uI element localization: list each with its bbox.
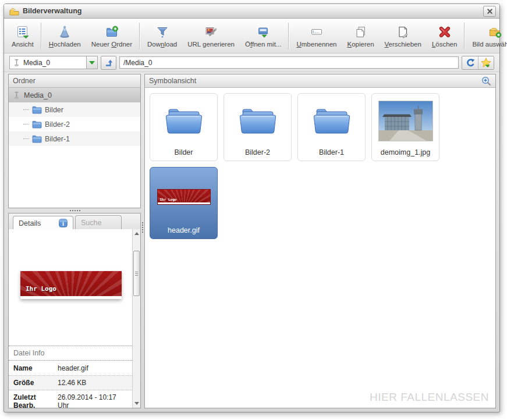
folder-icon [239,105,277,137]
favorite-button[interactable] [478,56,494,69]
scrollbar-up-button[interactable] [133,229,140,238]
toolbar-button-ansicht[interactable]: Ansicht [6,22,39,50]
banner-text: Ihr Logo [160,197,177,201]
toolbar-button-label: Öffnen mit... [245,41,281,48]
tab-suche[interactable]: Suche [75,215,122,229]
folder-tree: Media_0 Bilder [9,88,140,208]
addressbar-actions [462,56,494,70]
label-part: Bild auswählen [472,41,507,48]
thumb [372,94,439,148]
zoom-in-icon[interactable] [481,76,491,86]
logo-banner-image: Ihr Logo [20,271,122,299]
close-icon [487,8,493,15]
window-title: Bilderverwaltung [23,7,483,15]
icon-view-body: Bilder Bilder-2 [145,88,495,408]
content-area: Ordner Media_0 [4,72,499,412]
folder-icon [32,135,42,143]
toolbar-button-label: URL generieren [187,41,235,48]
toolbar-button-url-generieren[interactable]: URL generieren [182,22,240,50]
dropzone-watermark: HIER FALLENLASSEN [370,391,489,404]
thumb [298,94,365,148]
bilderverwaltung-window: Bilderverwaltung Ansicht Hochladen [3,3,500,412]
details-scrollbar[interactable] [132,229,140,408]
info-icon: i [59,219,68,227]
icon-view-title: Symbolansicht [149,74,196,87]
fileinfo-row-groesse: Größe 12.46 KB [9,376,132,390]
item-folder-bilder[interactable]: Bilder [150,93,218,161]
favorite-star-icon [481,58,491,67]
item-label: demoimg_1.jpg [381,148,430,156]
fileinfo-label: Name [9,361,54,375]
item-folder-bilder-1[interactable]: Bilder-1 [297,93,366,161]
item-label: Bilder-1 [319,148,344,156]
fileinfo-value: 26.09.2014 - 10:17 Uhr [54,390,132,408]
tab-label: Suche [81,219,101,227]
media-root-combo[interactable]: Media_0 [9,56,98,69]
toolbar-separator [41,23,42,49]
tree-item-bilder-2[interactable]: Bilder-2 [9,117,140,131]
icon-view-panel: Symbolansicht Bilder [144,74,496,408]
toolbar-button-kopieren[interactable]: Kopieren [342,22,380,50]
details-tabstrip: Details i Suche [9,213,140,230]
toolbar-button-verschieben[interactable]: Verschieben [380,22,427,50]
toolbar-separator [288,23,289,49]
copy-icon [354,24,368,39]
banner-strip [158,202,210,204]
folder-icon [32,106,42,114]
url-wand-icon [204,24,218,39]
triangle-up-icon [134,232,139,235]
toolbar-separator [139,23,140,49]
toolbar-button-label: Kopieren [348,41,374,48]
label-part: URL generieren [187,41,235,48]
chevron-down-icon [89,61,95,65]
thumb [224,94,291,148]
upload-cone-icon [58,24,72,39]
tree-connector [23,109,29,110]
tree-item-bilder[interactable]: Bilder [9,102,140,117]
fileinfo-row-name: Name header.gif [9,361,132,376]
close-button[interactable] [483,6,496,17]
label-part: Dow [147,41,161,48]
label-part: load [164,41,177,48]
combo-dropdown-button[interactable] [86,56,97,69]
rename-icon [310,24,324,39]
label-part: fnen mit... [252,41,282,48]
tree-item-bilder-1[interactable]: Bilder-1 [9,131,140,146]
fileinfo-value: 12.46 KB [54,376,132,390]
label-part: öschen [435,41,457,48]
label-part: V [385,41,389,48]
toolbar-button-hochladen[interactable]: Hochladen [44,22,86,50]
tab-details[interactable]: Details i [13,216,73,230]
toolbar-button-bild-auswaehlen[interactable]: Bild auswählen [467,22,507,50]
folder-icon [313,105,351,137]
toolbar-button-umbenennen[interactable]: Umbenennen [291,22,342,50]
parent-folder-button[interactable] [101,56,116,70]
toolbar-button-neuer-ordner[interactable]: Neuer Ordner [86,22,137,50]
scrollbar-thumb[interactable] [133,251,140,296]
label-part: Neuer [91,41,112,48]
toolbar-button-label: Download [147,41,177,48]
thumb [150,94,217,148]
open-with-icon [256,24,270,39]
app-icon [9,7,19,16]
view-grid-icon [16,24,30,39]
item-image-header-gif-selected[interactable]: Ihr Logo header.gif [150,167,218,239]
toolbar-button-label: Neuer Ordner [91,41,132,48]
vertical-splitter[interactable] [141,74,144,408]
toolbar-button-label: Hochladen [49,41,81,48]
tree-item-media-0[interactable]: Media_0 [9,88,140,102]
horizontal-splitter[interactable] [8,208,141,213]
toolbar-button-oeffnen-mit[interactable]: Öffnen mit... [240,22,286,50]
toolbar-button-label: Verschieben [385,41,421,48]
toolbar-button-loeschen[interactable]: Löschen [427,22,463,50]
banner-text: Ihr Logo [26,285,56,293]
scrollbar-down-button[interactable] [133,399,140,408]
toolbar-button-download[interactable]: Download [142,22,182,50]
tree-item-label: Media_0 [24,91,52,99]
left-column: Ordner Media_0 [8,74,141,408]
path-input[interactable] [119,56,459,69]
refresh-button[interactable] [462,56,478,69]
item-image-demoimg[interactable]: demoimg_1.jpg [371,93,439,161]
select-image-icon [488,24,502,39]
item-folder-bilder-2[interactable]: Bilder-2 [224,93,292,161]
